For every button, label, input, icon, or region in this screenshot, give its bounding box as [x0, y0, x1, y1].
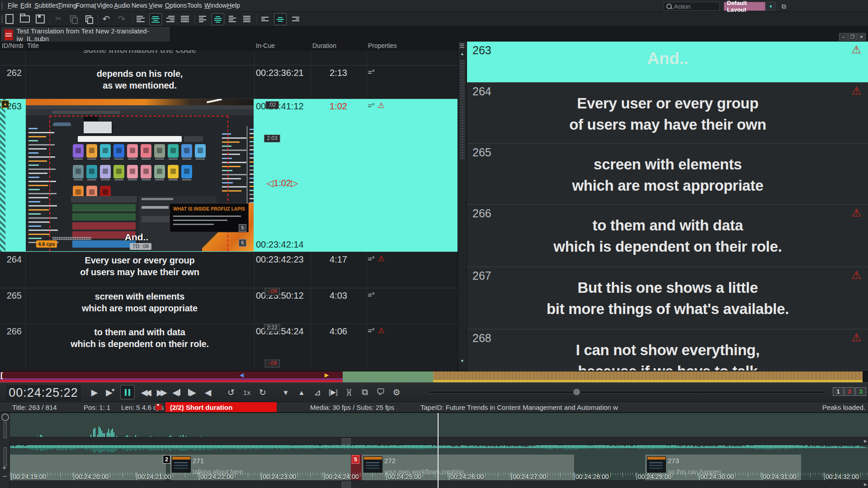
scrollbar-handle[interactable]	[342, 482, 351, 488]
playhead[interactable]	[438, 413, 439, 488]
preview-row-263[interactable]: 263And..⚠	[467, 42, 868, 83]
action-search-box[interactable]: Action	[664, 2, 720, 11]
align-right-icon[interactable]	[165, 13, 176, 24]
save-layout-icon[interactable]: ⧉	[778, 2, 789, 11]
settings-gear-icon[interactable]: ⚙	[391, 385, 402, 399]
valign-full-icon[interactable]	[241, 13, 253, 24]
col-header-properties[interactable]: Properties	[368, 42, 397, 49]
video-preview-thumbnail[interactable]: WHAT IS INSIDE PROFUZ LAPIS56And..TD: :0…	[26, 99, 254, 251]
minimize-button[interactable]: –	[839, 33, 848, 41]
undo-icon[interactable]: ↶	[100, 13, 112, 24]
zoom-in-button[interactable]: +	[2, 464, 6, 471]
layout-combo[interactable]: Default Layout	[724, 2, 765, 11]
save-file-icon[interactable]	[34, 13, 46, 24]
zoom-slider-knob[interactable]	[573, 388, 580, 396]
loop-out-icon[interactable]: ↻	[257, 385, 269, 399]
document-tab[interactable]: Test Translation from Text New 2-transla…	[1, 27, 170, 42]
table-scrollbar[interactable]: ☰ ▲ ▼	[458, 42, 467, 371]
monitor-2-badge[interactable]: 2	[844, 387, 855, 396]
play-button[interactable]: ▶	[89, 385, 100, 399]
scroll-right-icon[interactable]: ▶	[864, 482, 867, 487]
subtitle-row-partial[interactable]: some information the code	[0, 50, 458, 65]
align-justify-icon[interactable]	[179, 13, 191, 24]
audio-waveform[interactable]	[0, 413, 868, 455]
menu-item-subtitles[interactable]: Subtitles	[34, 2, 59, 9]
preview-row-267[interactable]: 267But this one shows a littlebit more t…	[467, 267, 868, 329]
redo-icon[interactable]: ↷	[116, 13, 127, 24]
play-reverse-button[interactable]: ◀	[202, 385, 214, 399]
vertical-zoom-slider[interactable]	[4, 422, 7, 438]
menu-item-format[interactable]: Format	[76, 2, 96, 9]
menu-item-audio[interactable]: Audio	[114, 2, 130, 9]
preview-row-268[interactable]: 268I can not show everything,because if …	[467, 329, 868, 371]
row-layout-1-icon[interactable]	[259, 13, 271, 24]
menu-item-video[interactable]: Video	[97, 2, 113, 9]
valign-top-icon[interactable]	[197, 13, 209, 24]
preview-row-264[interactable]: 264Every user or every groupof users may…	[467, 83, 868, 144]
open-file-icon[interactable]	[19, 13, 31, 24]
scrollbar-handle[interactable]	[460, 60, 465, 159]
table-menu-icon[interactable]: ☰	[459, 42, 465, 49]
edit-icon[interactable]: ⊿	[311, 385, 323, 399]
zoom-slider[interactable]	[429, 391, 826, 394]
comment-icon[interactable]: 🗩	[375, 385, 387, 399]
menu-item-news[interactable]: News	[132, 2, 147, 9]
pause-button[interactable]	[120, 385, 135, 399]
play-selection-button[interactable]: [▶]	[327, 385, 339, 399]
align-center-icon[interactable]	[149, 13, 162, 25]
loop-in-icon[interactable]: ↺	[225, 385, 237, 399]
duplicate-icon[interactable]: ⧉	[359, 385, 371, 399]
duration-adjust[interactable]: ◁1:02▷	[254, 178, 311, 188]
subtitle-row-262[interactable]: 262 depends on his role,as we mentioned.…	[0, 65, 458, 99]
monitor-3-badge[interactable]: 3	[855, 387, 866, 396]
col-header-duration[interactable]: Duration	[312, 42, 336, 49]
rewind-button[interactable]: ◀◀	[139, 385, 151, 399]
new-file-icon[interactable]	[4, 13, 15, 24]
paste-icon[interactable]	[83, 13, 95, 24]
row-layout-2-icon[interactable]	[274, 13, 287, 25]
menu-item-window[interactable]: Window	[204, 2, 227, 9]
col-header-id[interactable]: ID/Nmb	[2, 42, 23, 49]
col-header-title[interactable]: Title	[27, 42, 39, 49]
program-seek-bar[interactable]: [ ◀ ▶	[0, 371, 868, 382]
scrollbar-handle[interactable]	[342, 438, 351, 445]
play-from-cursor-button[interactable]: ▶✱	[104, 385, 116, 399]
zoom-out-button[interactable]: −	[3, 472, 7, 480]
scroll-up-icon[interactable]: ▲	[460, 52, 464, 56]
menu-item-tools[interactable]: Tools	[187, 2, 202, 9]
subtitle-row-266[interactable]: 266 to them and with datawhich is depend…	[0, 324, 458, 360]
preview-row-266[interactable]: 266to them and with datawhich is depende…	[467, 205, 868, 267]
toolbar-grip[interactable]	[1, 15, 3, 23]
chevron-down-icon[interactable]: ▼	[766, 2, 776, 11]
subtitle-row-264[interactable]: 264 Every user or every groupof users ma…	[0, 252, 458, 288]
seek-marker-blue-icon[interactable]: ◀	[240, 372, 244, 378]
valign-center-icon[interactable]	[212, 13, 224, 25]
menu-item-edit[interactable]: Edit	[20, 2, 31, 9]
playback-speed[interactable]: 1x	[241, 385, 253, 399]
menu-item-help[interactable]: Help	[227, 2, 240, 9]
move-down-icon[interactable]: ▼	[280, 385, 292, 399]
menu-item-options[interactable]: Options	[165, 2, 187, 9]
seek-marker-yellow-icon[interactable]: ▶	[325, 372, 329, 378]
col-header-incue[interactable]: In-Cue	[256, 42, 275, 49]
menu-item-view[interactable]: View	[149, 2, 162, 9]
toolbar-grip[interactable]	[1, 2, 3, 9]
close-button[interactable]: ✕	[857, 33, 866, 41]
move-up-icon[interactable]: ▲	[296, 385, 307, 399]
align-left-icon[interactable]	[135, 13, 146, 24]
restore-button[interactable]: ❐	[848, 33, 857, 41]
current-timecode[interactable]: 00:24:25:22	[6, 385, 80, 400]
valign-bottom-icon[interactable]	[227, 13, 239, 24]
subtitle-row-265[interactable]: 265 screen with elementswhich are most a…	[0, 288, 458, 324]
next-frame-button[interactable]: ▶	[186, 385, 198, 399]
timeline-scrollbar-lower[interactable]: ◀ ▶	[0, 480, 868, 488]
fast-forward-button[interactable]: ▶▶	[155, 385, 166, 399]
row-layout-3-icon[interactable]	[289, 13, 301, 24]
gutter-knob[interactable]	[1, 413, 9, 421]
menu-item-file[interactable]: File	[8, 2, 18, 9]
menu-item-timing[interactable]: Timing	[58, 2, 77, 9]
scroll-down-icon[interactable]: ▼	[460, 359, 464, 363]
copy-icon[interactable]	[68, 13, 80, 24]
preview-row-265[interactable]: 265screen with elementswhich are most ap…	[467, 144, 868, 205]
cut-icon[interactable]: ✂	[52, 13, 64, 24]
